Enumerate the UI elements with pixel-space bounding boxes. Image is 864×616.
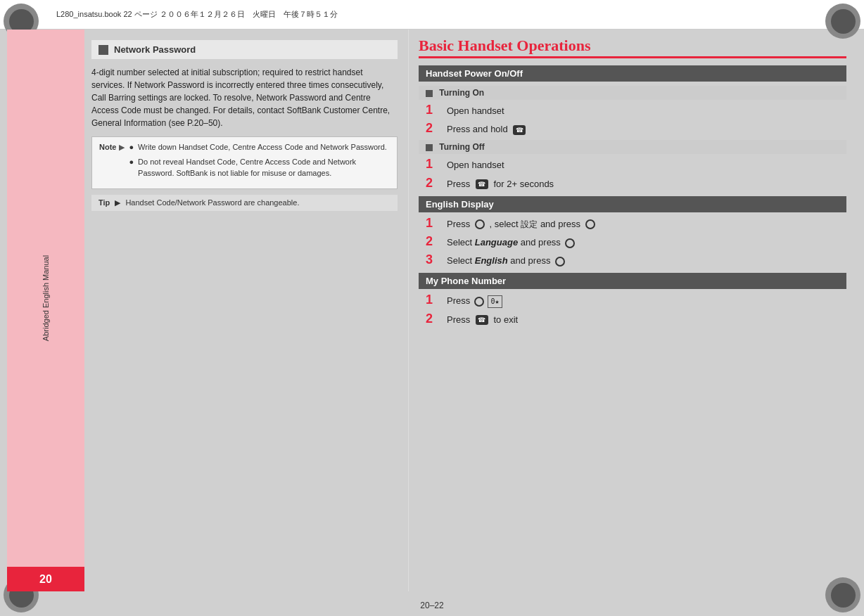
sidebar-label: Abridged English Manual (42, 255, 50, 341)
page-number: 20–22 (420, 601, 443, 610)
left-content-panel: Network Password 4-digit number selected… (84, 30, 408, 591)
section-english-display-header: English Display (419, 196, 846, 212)
subsection-turning-on: Turning On (419, 86, 846, 100)
tip-label: Tip (99, 198, 110, 207)
section-my-phone-number-header: My Phone Number (419, 273, 846, 289)
turning-on-item-2: 2 Press and hold ☎ (426, 122, 846, 136)
network-password-title: Network Password (114, 44, 196, 55)
top-bar-text: L280_insatsu.book 22 ページ ２００６年１２月２６日 火曜日… (56, 9, 338, 20)
sidebar-number: 20 (7, 567, 84, 591)
circle-btn-1 (475, 219, 485, 229)
note-bullet-1: ● Write down Handset Code, Centre Access… (129, 141, 390, 153)
tip-arrow: ▶ (115, 198, 120, 207)
circle-btn-2 (585, 219, 595, 229)
right-content-panel: Basic Handset Operations Handset Power O… (408, 30, 857, 591)
turning-on-square (426, 90, 433, 97)
circle-btn-4 (555, 257, 565, 267)
note-box: Note ▶ ● Write down Handset Code, Centre… (91, 136, 398, 189)
english-display-item-3: 3 Select English and press (426, 253, 846, 267)
my-phone-item-1: 1 Press 0★ (426, 293, 846, 308)
turning-off-square (426, 144, 433, 151)
left-sidebar: Abridged English Manual 20 (7, 30, 84, 591)
tip-text: Handset Code/Network Password are change… (125, 198, 299, 207)
keypad-icon: 0★ (488, 295, 502, 308)
turning-off-item-1: 1 Open handset (426, 158, 846, 172)
main-title: Basic Handset Operations (419, 37, 846, 58)
turning-off-item-2: 2 Press ☎ for 2+ seconds (426, 177, 846, 191)
phone-icon-off: ☎ (476, 179, 488, 189)
network-password-header: Network Password (91, 40, 398, 59)
phone-icon-on: ☎ (513, 125, 526, 135)
top-bar: L280_insatsu.book 22 ページ ２００６年１２月２６日 火曜日… (0, 0, 864, 30)
section-power-header: Handset Power On/Off (419, 65, 846, 82)
tip-box: Tip ▶ Handset Code/Network Password are … (91, 195, 398, 211)
phone-icon-exit: ☎ (476, 315, 488, 325)
note-label: Note (99, 141, 116, 153)
my-phone-item-2: 2 Press ☎ to exit (426, 312, 846, 326)
note-arrow: ▶ (119, 141, 125, 153)
english-display-item-2: 2 Select Language and press (426, 235, 846, 249)
turning-on-item-1: 1 Open handset (426, 103, 846, 117)
note-bullet-2: ● Do not reveal Handset Code, Centre Acc… (129, 156, 390, 179)
square-icon (99, 45, 108, 55)
circle-btn-3 (565, 238, 575, 248)
circle-btn-5 (474, 297, 484, 307)
network-password-body: 4-digit number selected at initial subsc… (91, 66, 398, 129)
english-display-item-1: 1 Press , select 設定 and press (426, 217, 846, 231)
subsection-turning-off: Turning Off (419, 140, 846, 154)
